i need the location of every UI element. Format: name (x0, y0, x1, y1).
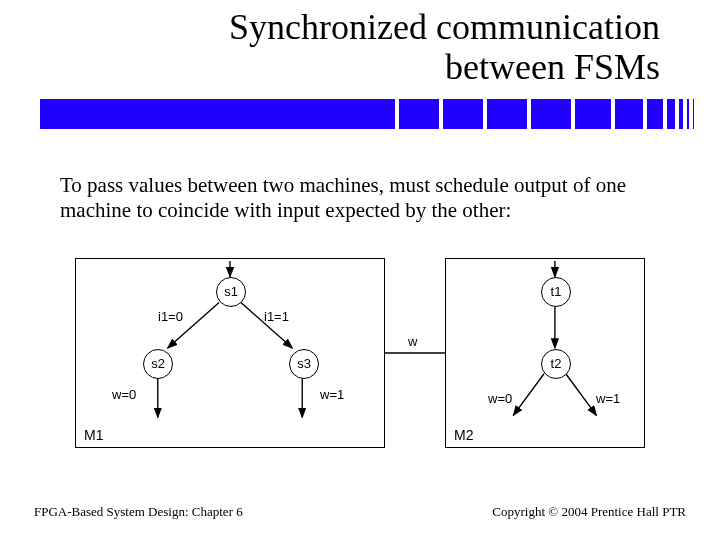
fsm-box-m1: s1 s2 s3 i1=0 i1=1 w=0 w=1 M1 (75, 258, 385, 448)
edge-label-w0-m1: w=0 (112, 387, 136, 402)
slide-title: Synchronized communication between FSMs (0, 0, 720, 93)
accent-square (693, 99, 694, 129)
accent-bar-squares (399, 99, 694, 129)
edge-label-w1-m2: w=1 (596, 391, 620, 406)
state-s1: s1 (216, 277, 246, 307)
state-t1: t1 (541, 277, 571, 307)
wire-label: w (408, 334, 417, 349)
title-line-2: between FSMs (0, 48, 660, 88)
fsm-box-m2: t1 t2 w=0 w=1 M2 (445, 258, 645, 448)
accent-square (399, 99, 439, 129)
svg-line-8 (513, 373, 544, 415)
edge-label-w0-m2: w=0 (488, 391, 512, 406)
edge-label-i1-0: i1=0 (158, 309, 183, 324)
edge-label-w1-m1: w=1 (320, 387, 344, 402)
accent-square (687, 99, 689, 129)
machine-label-m1: M1 (84, 427, 103, 443)
accent-square (615, 99, 643, 129)
accent-bar (40, 99, 660, 129)
svg-line-9 (566, 373, 597, 415)
title-line-1: Synchronized communication (0, 8, 660, 48)
body-text: To pass values between two machines, mus… (60, 173, 660, 223)
fsm-diagram: s1 s2 s3 i1=0 i1=1 w=0 w=1 M1 w (75, 258, 645, 448)
accent-square (679, 99, 683, 129)
state-t2: t2 (541, 349, 571, 379)
accent-square (575, 99, 611, 129)
footer-right: Copyright © 2004 Prentice Hall PTR (492, 504, 686, 520)
accent-square (487, 99, 527, 129)
accent-square (531, 99, 571, 129)
accent-square (667, 99, 675, 129)
state-s2: s2 (143, 349, 173, 379)
edge-label-i1-1: i1=1 (264, 309, 289, 324)
accent-bar-solid (40, 99, 395, 129)
footer-left: FPGA-Based System Design: Chapter 6 (34, 504, 243, 520)
footer: FPGA-Based System Design: Chapter 6 Copy… (0, 504, 720, 520)
state-s3: s3 (289, 349, 319, 379)
accent-square (647, 99, 663, 129)
accent-square (443, 99, 483, 129)
machine-label-m2: M2 (454, 427, 473, 443)
